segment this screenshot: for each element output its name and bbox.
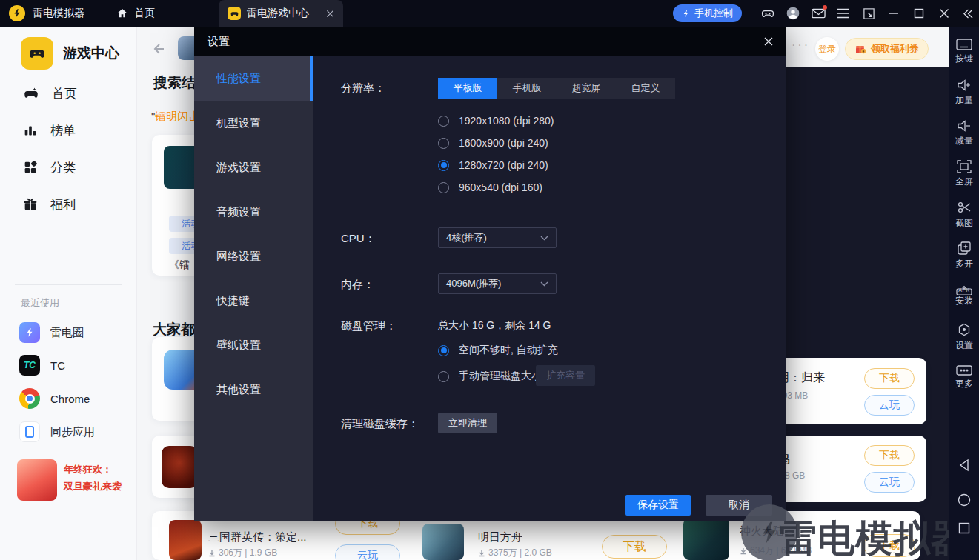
tab-ultrawide[interactable]: 超宽屏 (557, 78, 616, 99)
game-center-tab[interactable]: 雷电游戏中心 (219, 0, 343, 27)
home-tab[interactable]: 首页 (116, 7, 155, 20)
recent-item-label: 同步应用 (50, 425, 95, 439)
settings-nav-other[interactable]: 其他设置 (194, 367, 313, 412)
sidebar-item-categories[interactable]: 分类 (22, 153, 76, 182)
sidebar-item-benefits[interactable]: 福利 (22, 190, 76, 219)
recent-item-tc[interactable]: TC TC (19, 353, 65, 377)
settings-nav-wallpaper[interactable]: 壁纸设置 (194, 323, 313, 367)
game-title[interactable]: 明日方舟 (478, 530, 522, 544)
resolution-option-960[interactable]: 960x540 (dpi 160) (438, 179, 542, 196)
mail-icon[interactable] (806, 0, 831, 27)
tab-tablet[interactable]: 平板版 (438, 78, 497, 99)
settings-nav-network[interactable]: 网络设置 (194, 234, 313, 279)
toolbar-settings[interactable]: 设置 (949, 316, 979, 357)
tab-close-icon[interactable] (326, 10, 334, 18)
game-icon[interactable] (422, 524, 464, 560)
resolution-option-1280[interactable]: 1280x720 (dpi 240) (438, 156, 548, 174)
chevron-down-icon (540, 236, 548, 241)
cpu-dropdown[interactable]: 4核(推荐) (438, 227, 557, 248)
toolbar-volume-up[interactable]: 加量 (949, 72, 979, 113)
side-game-card[interactable]: 鸣 1.8 GB 下载 云玩 (767, 436, 926, 502)
cloud-play-button[interactable]: 云玩 (335, 544, 400, 560)
settings-dialog-title: 设置 (208, 35, 230, 49)
save-settings-button[interactable]: 保存设置 (625, 495, 691, 516)
watermark-text: 雷电模拟器 (780, 514, 969, 560)
back-arrow-icon[interactable] (151, 40, 169, 58)
android-back-button[interactable] (949, 454, 979, 476)
user-avatar[interactable] (780, 0, 806, 27)
toolbar-fullscreen[interactable]: 全屏 (949, 153, 979, 194)
minimize-icon[interactable] (881, 0, 906, 27)
chevron-down-icon (540, 281, 548, 287)
android-recent-button[interactable] (949, 517, 979, 539)
gamepad-icon (21, 37, 53, 70)
ld-circle-icon (19, 322, 40, 343)
titlebar: 雷电模拟器 首页 雷电游戏中心 手机控制 (0, 0, 979, 27)
tab-custom[interactable]: 自定义 (616, 78, 675, 99)
download-button[interactable]: 下载 (864, 445, 915, 466)
disk-manual-option[interactable]: 手动管理磁盘大小 (438, 367, 542, 385)
promo-image (17, 459, 57, 501)
recent-square-icon (958, 522, 970, 534)
cloud-play-button[interactable]: 云玩 (864, 472, 915, 493)
promo-banner[interactable]: 年终狂欢： 双旦豪礼来袭 (15, 458, 126, 505)
coupon-button[interactable]: 领取福利券 (845, 38, 929, 60)
clean-now-button[interactable]: 立即清理 (438, 413, 497, 433)
game-icon[interactable] (169, 520, 202, 560)
sidebar-brand-label: 游戏中心 (63, 44, 119, 63)
app-title: 雷电模拟器 (33, 7, 84, 20)
maximize-icon[interactable] (906, 0, 932, 27)
toolbar-screenshot[interactable]: 截图 (949, 194, 979, 235)
expand-capacity-button[interactable]: 扩充容量 (536, 365, 595, 386)
gamepad-settings-icon[interactable] (755, 0, 780, 27)
radio-icon[interactable] (438, 371, 449, 382)
cloud-play-button[interactable]: 云玩 (864, 395, 915, 416)
volume-down-icon (956, 119, 972, 133)
android-home-button[interactable] (949, 489, 979, 511)
radio-icon-selected[interactable] (438, 345, 449, 356)
game-icon[interactable] (683, 519, 729, 560)
phone-control-button[interactable]: 手机控制 (673, 4, 742, 22)
settings-nav-device[interactable]: 机型设置 (194, 101, 313, 145)
sidebar-item-rankings[interactable]: 榜单 (22, 116, 76, 145)
tab-phone[interactable]: 手机版 (497, 78, 557, 99)
toolbar-volume-down[interactable]: 减量 (949, 113, 979, 153)
sidebar-brand[interactable]: 游戏中心 (21, 37, 119, 70)
dialog-close-icon[interactable] (763, 36, 774, 47)
toolbar-install-apk[interactable]: APK 安装 (949, 276, 979, 316)
login-button[interactable]: 登录 (815, 37, 839, 61)
resolution-option-1920[interactable]: 1920x1080 (dpi 280) (438, 112, 554, 130)
game-title[interactable]: 三国群英传：策定... (208, 530, 307, 544)
header-more-dots[interactable]: ··· (792, 39, 810, 52)
toolbar-more[interactable]: 更多 (949, 357, 979, 398)
side-game-card[interactable]: 用：归来 693 MB 下载 云玩 (767, 358, 926, 424)
multi-window-icon (957, 241, 972, 256)
toolbar-keymapping[interactable]: 按键 (949, 31, 979, 72)
close-icon[interactable] (932, 0, 957, 27)
settings-nav-hotkeys[interactable]: 快捷键 (194, 279, 313, 323)
settings-nav-game[interactable]: 游戏设置 (194, 145, 313, 190)
radio-icon[interactable] (438, 138, 449, 149)
radio-icon[interactable] (438, 182, 449, 193)
download-button[interactable]: 下载 (864, 368, 915, 389)
settings-nav-performance[interactable]: 性能设置 (194, 56, 313, 101)
collapse-toolbar-icon[interactable] (957, 0, 979, 27)
toolbar-multi-instance[interactable]: 多开 (949, 235, 979, 276)
resolution-option-1600[interactable]: 1600x900 (dpi 240) (438, 134, 548, 152)
sidebar-item-home[interactable]: 首页 (22, 79, 77, 108)
sidebar-item-label: 首页 (52, 85, 77, 102)
recent-item-chrome[interactable]: Chrome (19, 387, 90, 410)
resize-window-icon[interactable] (856, 0, 881, 27)
settings-nav-audio[interactable]: 音频设置 (194, 190, 313, 234)
volume-up-icon (956, 79, 972, 92)
radio-icon-selected[interactable] (438, 160, 449, 171)
menu-icon[interactable] (831, 0, 856, 27)
recent-item-sync[interactable]: 同步应用 (19, 420, 95, 444)
memory-dropdown[interactable]: 4096M(推荐) (438, 273, 557, 294)
ldplayer-window: ··· 登录 领取福利券 搜索结果 "镭明闪击 活动 活动 《镭 大家都在玩 三… (0, 0, 979, 560)
radio-icon[interactable] (438, 116, 449, 127)
disk-auto-expand-option[interactable]: 空间不够时, 自动扩充 (438, 341, 558, 359)
recent-item-ldq[interactable]: 雷电圈 (19, 321, 84, 344)
download-button[interactable]: 下载 (602, 535, 667, 559)
gamepad-home-icon (22, 84, 40, 102)
